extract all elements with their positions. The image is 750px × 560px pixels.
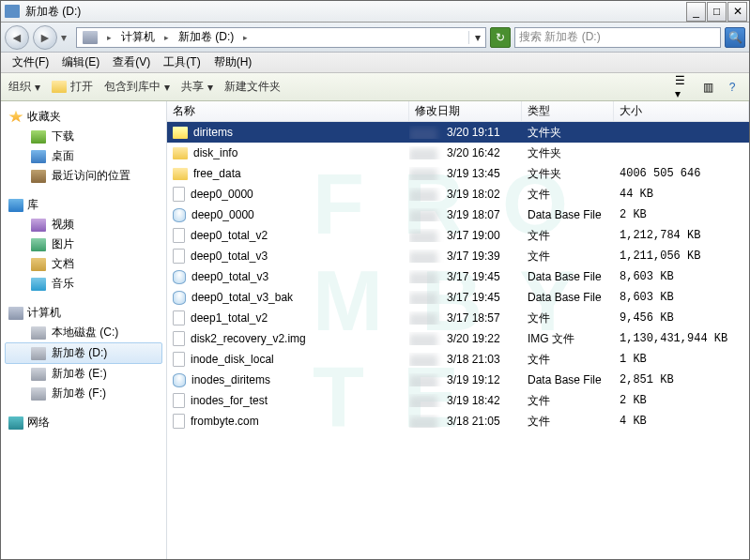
file-icon	[173, 393, 185, 408]
address-dropdown[interactable]: ▾	[468, 31, 485, 44]
folder-icon	[173, 127, 188, 139]
file-type-cell: 文件夹	[522, 166, 614, 182]
view-options-button[interactable]: ☰ ▾	[674, 79, 693, 96]
minimize-button[interactable]: _	[686, 2, 706, 22]
file-row[interactable]: deep1_total_v23/17 18:57文件9,456 KB	[167, 308, 749, 328]
new-folder-button[interactable]: 新建文件夹	[224, 79, 281, 95]
recent-icon	[31, 170, 46, 183]
forward-button[interactable]: ►	[33, 25, 57, 50]
downloads-icon	[31, 130, 46, 144]
folder-icon	[52, 81, 67, 93]
file-name-cell: deep0_total_v3_bak	[167, 291, 409, 305]
file-name-cell: frombyte.com	[167, 414, 409, 429]
sidebar-item-drive-e[interactable]: 新加卷 (E:)	[1, 364, 166, 384]
file-row[interactable]: deep0_total_v33/17 19:45Data Base File8,…	[167, 266, 749, 287]
file-row[interactable]: deep0_total_v3_bak3/17 19:45Data Base Fi…	[167, 287, 749, 308]
libraries-group[interactable]: 库	[1, 195, 166, 215]
picture-icon	[31, 238, 46, 251]
open-button[interactable]: 打开	[52, 79, 93, 95]
share-menu[interactable]: 共享 ▾	[181, 79, 213, 95]
drive-icon	[31, 387, 46, 401]
sidebar-item-recent[interactable]: 最近访问的位置	[1, 166, 166, 186]
close-button[interactable]: ✕	[727, 2, 747, 22]
sidebar-item-videos[interactable]: 视频	[1, 215, 166, 235]
drive-icon	[31, 368, 46, 381]
column-size[interactable]: 大小	[614, 101, 749, 121]
db-icon	[173, 373, 186, 387]
file-date-cell: 3/17 19:45	[409, 270, 522, 283]
sidebar-item-drive-f[interactable]: 新加卷 (F:)	[1, 384, 166, 403]
desktop-icon	[31, 150, 46, 163]
file-date-cell: 3/17 19:39	[409, 250, 522, 263]
file-type-cell: 文件	[522, 228, 614, 244]
computer-group[interactable]: 计算机	[1, 303, 166, 323]
file-list-pane: F R O M B Y T E 名称 修改日期 类型 大小 diritems3/…	[167, 101, 749, 559]
app-icon	[5, 5, 20, 18]
breadcrumb-current[interactable]: 新加卷 (D:)	[173, 28, 239, 47]
file-name-cell: disk2_recovery_v2.img	[167, 331, 409, 346]
file-name-cell: diritems	[167, 126, 409, 139]
title-bar: 新加卷 (D:) _ □ ✕	[1, 1, 749, 23]
window-title: 新加卷 (D:)	[23, 4, 686, 20]
file-row[interactable]: deep0_total_v23/17 19:00文件1,212,784 KB	[167, 225, 749, 246]
chevron-right-icon[interactable]: ▸	[161, 33, 173, 42]
favorites-group[interactable]: 收藏夹	[1, 107, 166, 127]
sidebar-item-documents[interactable]: 文档	[1, 254, 166, 274]
back-button[interactable]: ◄	[5, 25, 29, 50]
file-type-cell: Data Base File	[522, 270, 614, 283]
include-in-library-menu[interactable]: 包含到库中 ▾	[104, 79, 170, 95]
computer-icon	[8, 307, 23, 320]
sidebar-item-downloads[interactable]: 下载	[1, 127, 166, 146]
preview-pane-button[interactable]: ▥	[698, 79, 717, 96]
file-row[interactable]: deep0_total_v33/17 19:39文件1,211,056 KB	[167, 246, 749, 266]
breadcrumb-computer[interactable]: 计算机	[115, 28, 161, 47]
file-row[interactable]: disk2_recovery_v2.img3/20 19:22IMG 文件1,1…	[167, 328, 749, 349]
file-name-cell: deep1_total_v2	[167, 310, 409, 325]
organize-menu[interactable]: 组织 ▾	[8, 79, 40, 95]
column-date[interactable]: 修改日期	[409, 101, 522, 121]
file-size-cell: 8,603 KB	[614, 270, 749, 283]
file-row[interactable]: inodes_for_test3/19 18:42文件2 KB	[167, 390, 749, 411]
history-dropdown[interactable]: ▾	[61, 31, 72, 44]
sidebar-item-pictures[interactable]: 图片	[1, 235, 166, 254]
search-input[interactable]: 搜索 新加卷 (D:)	[514, 27, 721, 48]
file-row[interactable]: inodes_diritems3/19 19:12Data Base File2…	[167, 370, 749, 390]
network-group[interactable]: 网络	[1, 413, 166, 432]
file-size-cell: 1,212,784 KB	[614, 229, 749, 242]
menu-item[interactable]: 文件(F)	[7, 53, 54, 72]
search-button[interactable]: 🔍	[725, 27, 745, 48]
file-row[interactable]: deep0_00003/19 18:07Data Base File2 KB	[167, 204, 749, 225]
file-row[interactable]: disk_info3/20 16:42文件夹	[167, 143, 749, 163]
file-row[interactable]: free_data3/19 13:45文件夹4006 505 646	[167, 163, 749, 184]
refresh-button[interactable]: ↻	[490, 27, 511, 48]
sidebar-item-desktop[interactable]: 桌面	[1, 146, 166, 166]
file-type-cell: 文件	[522, 393, 614, 409]
address-bar[interactable]: ▸ 计算机 ▸ 新加卷 (D:) ▸ ▾	[76, 27, 486, 48]
file-name-cell: free_data	[167, 167, 409, 180]
column-type[interactable]: 类型	[522, 101, 614, 121]
sidebar-item-music[interactable]: 音乐	[1, 274, 166, 294]
chevron-right-icon[interactable]: ▸	[103, 33, 115, 42]
sidebar-item-drive-d[interactable]: 新加卷 (D:)	[5, 342, 162, 364]
file-name-cell: inodes_for_test	[167, 393, 409, 408]
file-date-cell: 3/20 16:42	[409, 146, 522, 159]
file-row[interactable]: inode_disk_local3/18 21:03文件1 KB	[167, 349, 749, 370]
help-button[interactable]: ?	[723, 79, 742, 96]
chevron-right-icon[interactable]: ▸	[239, 33, 252, 42]
menu-item[interactable]: 帮助(H)	[208, 53, 258, 72]
file-size-cell: 1 KB	[614, 353, 749, 366]
column-name[interactable]: 名称	[167, 101, 409, 121]
menu-item[interactable]: 工具(T)	[158, 53, 206, 72]
file-type-cell: 文件	[522, 414, 614, 430]
file-name-cell: inode_disk_local	[167, 352, 409, 367]
file-list: diritems3/20 19:11文件夹disk_info3/20 16:42…	[167, 122, 749, 559]
file-row[interactable]: deep0_00003/19 18:02文件44 KB	[167, 184, 749, 204]
file-size-cell: 44 KB	[614, 188, 749, 201]
file-row[interactable]: frombyte.com3/18 21:05文件4 KB	[167, 411, 749, 431]
sidebar-item-drive-c[interactable]: 本地磁盘 (C:)	[1, 323, 166, 342]
navigation-bar: ◄ ► ▾ ▸ 计算机 ▸ 新加卷 (D:) ▸ ▾ ↻ 搜索 新加卷 (D:)…	[1, 23, 749, 53]
file-row[interactable]: diritems3/20 19:11文件夹	[167, 122, 749, 143]
menu-item[interactable]: 编辑(E)	[56, 53, 105, 72]
menu-item[interactable]: 查看(V)	[107, 53, 156, 72]
maximize-button[interactable]: □	[707, 2, 727, 22]
